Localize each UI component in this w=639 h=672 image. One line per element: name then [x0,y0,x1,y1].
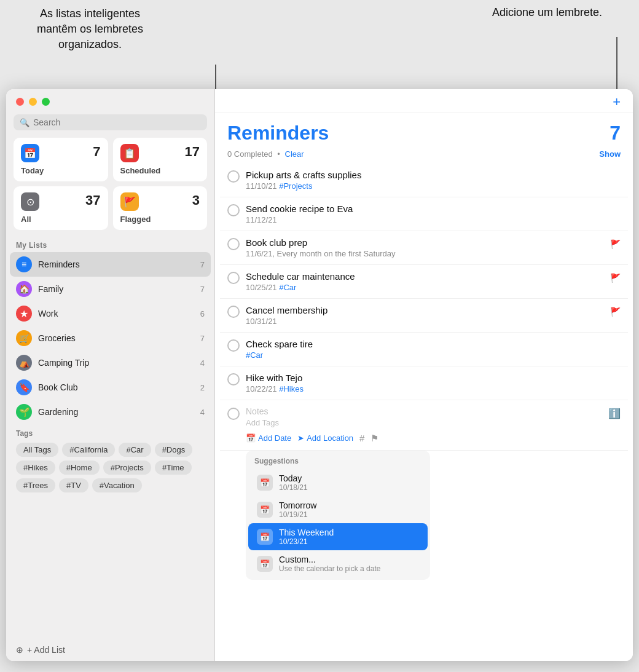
reminders-name: Reminders [38,259,194,269]
list-item-work[interactable]: ★ Work 6 [10,301,211,326]
new-reminder-body: Notes Add Tags 📅 Add Date ➤ Add Location… [246,406,602,444]
family-icon: 🏠 [16,281,32,297]
suggestion-tomorrow-icon: 📅 [257,502,273,518]
add-flag-button[interactable]: ⚑ [370,433,378,444]
list-item-reminders[interactable]: ≡ Reminders 7 [10,252,211,277]
bookclub-name: Book Club [38,382,194,392]
tag-california[interactable]: #California [62,443,115,457]
info-icon[interactable]: ℹ️ [608,408,621,419]
suggestion-weekend[interactable]: 📅 This Weekend 10/23/21 [248,523,428,550]
search-bar[interactable]: 🔍 [14,114,207,130]
tag-tv[interactable]: #TV [59,478,88,492]
reminder-body-2: Send cookie recipe to Eva 11/12/21 [246,204,621,224]
suggestion-tomorrow-date: 10/19/21 [279,510,419,519]
minimize-button[interactable] [29,98,37,106]
reminder-item: Pickup arts & crafts supplies 11/10/21 #… [220,164,628,197]
tags-section: Tags All Tags #California #Car #Dogs #Hi… [6,424,214,497]
reminder-tag-7[interactable]: #Hikes [279,384,304,393]
reminder-item: Check spare tire #Car [220,333,628,366]
reminder-item: Hike with Tejo 10/22/21 #Hikes [220,366,628,400]
flagged-icon: 🚩 [120,192,139,211]
add-location-button[interactable]: ➤ Add Location [297,432,353,444]
gardening-icon: 🌱 [16,404,32,420]
new-reminder-row: Notes Add Tags 📅 Add Date ➤ Add Location… [220,400,628,451]
reminder-title-7: Hike with Tejo [246,373,621,383]
reminder-item: Send cookie recipe to Eva 11/12/21 [220,197,628,231]
reminders-list: Pickup arts & crafts supplies 11/10/21 #… [215,164,633,661]
tag-hikes[interactable]: #Hikes [16,461,55,475]
tag-vacation[interactable]: #Vacation [92,478,142,492]
list-item-family[interactable]: 🏠 Family 7 [10,277,211,301]
reminder-tag-4[interactable]: #Car [279,283,296,292]
work-count: 6 [200,309,205,318]
suggestion-tomorrow-title: Tomorrow [279,500,419,510]
reminder-title-5: Cancel membership [246,305,604,315]
reminder-title-4: Schedule car maintenance [246,271,604,282]
search-input[interactable] [33,117,201,127]
flag-icon-3: 🚩 [610,239,621,249]
add-tag-button[interactable]: # [359,433,364,443]
new-reminder-checkbox [227,408,240,420]
calendar-icon: 📅 [246,433,256,443]
add-date-button[interactable]: 📅 Add Date [246,432,291,444]
suggestion-weekend-title: This Weekend [279,528,419,537]
tag-home[interactable]: #Home [59,461,100,475]
suggestion-today-icon: 📅 [257,475,273,491]
today-count: 7 [93,144,100,160]
maximize-button[interactable] [42,98,50,106]
smart-card-today[interactable]: 📅 7 Today [14,138,108,181]
smart-card-scheduled[interactable]: 📋 17 Scheduled [113,138,208,181]
add-list-button[interactable]: ⊕ + Add List [6,639,214,661]
reminder-checkbox-5[interactable] [227,306,240,318]
list-item-gardening[interactable]: 🌱 Gardening 4 [10,400,211,424]
list-item-camping[interactable]: ⛺ Camping Trip 4 [10,350,211,375]
reminder-body-1: Pickup arts & crafts supplies 11/10/21 #… [246,170,621,191]
add-list-icon: ⊕ [16,645,23,655]
suggestion-today[interactable]: 📅 Today 10/18/21 [248,469,428,496]
flag-icon-4: 🚩 [610,273,621,283]
tag-car[interactable]: #Car [119,443,151,457]
reminder-checkbox-6[interactable] [227,339,240,352]
reminder-item: Book club prep 11/6/21, Every month on t… [220,231,628,265]
gardening-name: Gardening [38,407,194,417]
reminder-sub-4: 10/25/21 #Car [246,283,604,292]
reminders-count: 7 [200,260,205,269]
show-button[interactable]: Show [599,149,621,159]
suggestion-today-title: Today [279,473,419,483]
list-item-bookclub[interactable]: 🔖 Book Club 2 [10,375,211,400]
smart-card-all[interactable]: ⊙ 37 All [14,186,108,230]
tag-time[interactable]: #Time [155,461,192,475]
reminders-icon: ≡ [16,256,32,272]
list-item-groceries[interactable]: 🛒 Groceries 7 [10,326,211,350]
suggestion-today-date: 10/18/21 [279,483,419,492]
clear-button[interactable]: Clear [285,149,304,159]
reminders-count: 7 [610,122,621,144]
suggestion-tomorrow[interactable]: 📅 Tomorrow 10/19/21 [248,496,428,523]
add-reminder-button[interactable]: + [609,94,624,110]
suggestion-weekend-date: 10/23/21 [279,537,419,546]
completed-text: 0 Completed [227,149,273,159]
reminder-checkbox-7[interactable] [227,373,240,385]
family-count: 7 [200,285,205,294]
reminder-tag-6[interactable]: #Car [246,350,263,360]
app-window: 🔍 📅 7 Today 📋 17 Scheduled ⊙ [6,89,633,661]
smart-card-flagged[interactable]: 🚩 3 Flagged [113,186,208,230]
reminder-checkbox-1[interactable] [227,170,240,183]
reminder-checkbox-2[interactable] [227,204,240,216]
dot-separator: • [275,149,283,159]
reminder-checkbox-3[interactable] [227,238,240,250]
suggestion-tomorrow-body: Tomorrow 10/19/21 [279,500,419,519]
close-button[interactable] [16,98,24,106]
completed-bar: 0 Completed • Clear Show [215,147,633,164]
tag-projects[interactable]: #Projects [103,461,151,475]
main-toolbar: + [215,89,633,113]
reminder-checkbox-4[interactable] [227,272,240,284]
tag-all[interactable]: All Tags [16,443,58,457]
suggestion-weekend-body: This Weekend 10/23/21 [279,528,419,546]
reminder-tag-1[interactable]: #Projects [279,181,312,191]
suggestion-custom[interactable]: 📅 Custom... Use the calendar to pick a d… [248,550,428,577]
main-content: + Reminders 7 0 Completed • Clear Show P… [215,89,633,661]
reminder-sub-2: 11/12/21 [246,215,621,224]
tag-dogs[interactable]: #Dogs [155,443,193,457]
tag-trees[interactable]: #Trees [16,478,55,492]
